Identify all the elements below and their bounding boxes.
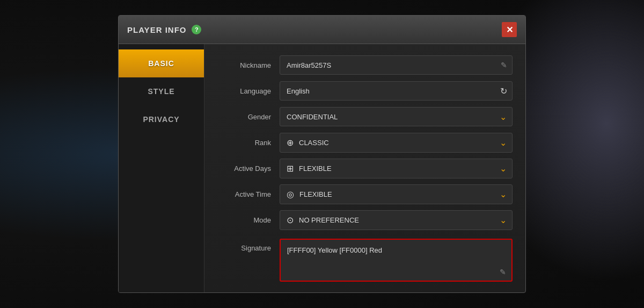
close-button[interactable]: ✕ <box>502 22 517 37</box>
rank-row: Rank ⊕ CLASSIC ⌄ <box>217 132 513 153</box>
gender-row: Gender CONFIDENTIAL ⌄ <box>217 106 513 127</box>
signature-value: [FFFF00] Yellow [FF0000] Red <box>287 246 382 254</box>
mode-control: ⊙ NO PREFERENCE ⌄ <box>280 210 513 230</box>
content-area: Nickname Amir8ar5257S ✎ Language English… <box>204 44 525 292</box>
modal-container: PLAYER INFO ? ✕ BASIC STYLE PRIVACY Nick… <box>118 15 526 293</box>
signature-edit-icon: ✎ <box>500 268 506 276</box>
mode-prefix-icon: ⊙ <box>287 215 294 225</box>
mode-dropdown[interactable]: ⊙ NO PREFERENCE ⌄ <box>280 210 513 230</box>
signature-row: Signature [FFFF00] Yellow [FF0000] Red ✎ <box>217 239 513 282</box>
sidebar: BASIC STYLE PRIVACY <box>119 44 204 292</box>
nickname-edit-icon: ✎ <box>501 61 507 69</box>
modal-title: PLAYER INFO <box>127 25 186 34</box>
active-days-chevron-icon: ⌄ <box>500 163 507 174</box>
active-time-label: Active Time <box>217 190 271 198</box>
nickname-label: Nickname <box>217 61 271 69</box>
active-days-label: Active Days <box>217 164 271 173</box>
signature-label: Signature <box>217 239 271 252</box>
rank-dropdown[interactable]: ⊕ CLASSIC ⌄ <box>280 133 513 153</box>
rank-prefix-icon: ⊕ <box>287 138 294 148</box>
active-time-value: FLEXIBLE <box>299 190 332 198</box>
rank-value: CLASSIC <box>299 139 329 147</box>
gender-control: CONFIDENTIAL ⌄ <box>280 107 513 126</box>
language-refresh-icon[interactable]: ↻ <box>500 86 507 96</box>
nickname-control: Amir8ar5257S ✎ <box>280 55 513 75</box>
sidebar-item-style[interactable]: STYLE <box>119 77 204 105</box>
gender-chevron-icon: ⌄ <box>500 112 507 122</box>
active-time-dropdown[interactable]: ◎ FLEXIBLE ⌄ <box>280 184 513 204</box>
rank-chevron-icon: ⌄ <box>500 138 507 148</box>
signature-control: [FFFF00] Yellow [FF0000] Red ✎ <box>280 239 513 282</box>
nickname-input[interactable]: Amir8ar5257S <box>280 55 513 75</box>
active-days-row: Active Days ⊞ FLEXIBLE ⌄ <box>217 158 513 178</box>
help-badge[interactable]: ? <box>192 25 201 34</box>
active-days-control: ⊞ FLEXIBLE ⌄ <box>280 159 513 178</box>
language-value: English <box>287 87 310 95</box>
sidebar-item-privacy[interactable]: PRIVACY <box>119 105 204 133</box>
title-group: PLAYER INFO ? <box>127 25 201 34</box>
mode-label: Mode <box>217 216 271 224</box>
modal-header: PLAYER INFO ? ✕ <box>119 16 525 44</box>
gender-dropdown[interactable]: CONFIDENTIAL ⌄ <box>280 107 513 126</box>
rank-control: ⊕ CLASSIC ⌄ <box>280 133 513 153</box>
active-time-row: Active Time ◎ FLEXIBLE ⌄ <box>217 184 513 204</box>
mode-value: NO PREFERENCE <box>299 216 359 224</box>
active-time-control: ◎ FLEXIBLE ⌄ <box>280 184 513 204</box>
active-time-prefix-icon: ◎ <box>287 189 294 199</box>
language-row: Language English ↻ <box>217 81 513 101</box>
nickname-row: Nickname Amir8ar5257S ✎ <box>217 55 513 75</box>
mode-row: Mode ⊙ NO PREFERENCE ⌄ <box>217 210 513 230</box>
language-input[interactable]: English <box>280 81 513 101</box>
active-days-dropdown[interactable]: ⊞ FLEXIBLE ⌄ <box>280 159 513 178</box>
active-days-value: FLEXIBLE <box>299 164 332 173</box>
gender-label: Gender <box>217 113 271 121</box>
active-time-chevron-icon: ⌄ <box>500 189 507 199</box>
sidebar-item-basic[interactable]: BASIC <box>119 49 204 77</box>
gender-value: CONFIDENTIAL <box>287 113 338 121</box>
modal-body: BASIC STYLE PRIVACY Nickname Amir8ar5257… <box>119 44 525 292</box>
rank-label: Rank <box>217 139 271 147</box>
signature-box[interactable]: [FFFF00] Yellow [FF0000] Red ✎ <box>280 239 513 282</box>
language-label: Language <box>217 87 271 95</box>
active-days-prefix-icon: ⊞ <box>287 163 294 174</box>
mode-chevron-icon: ⌄ <box>500 215 507 225</box>
language-control: English ↻ <box>280 81 513 101</box>
nickname-value: Amir8ar5257S <box>287 61 331 69</box>
